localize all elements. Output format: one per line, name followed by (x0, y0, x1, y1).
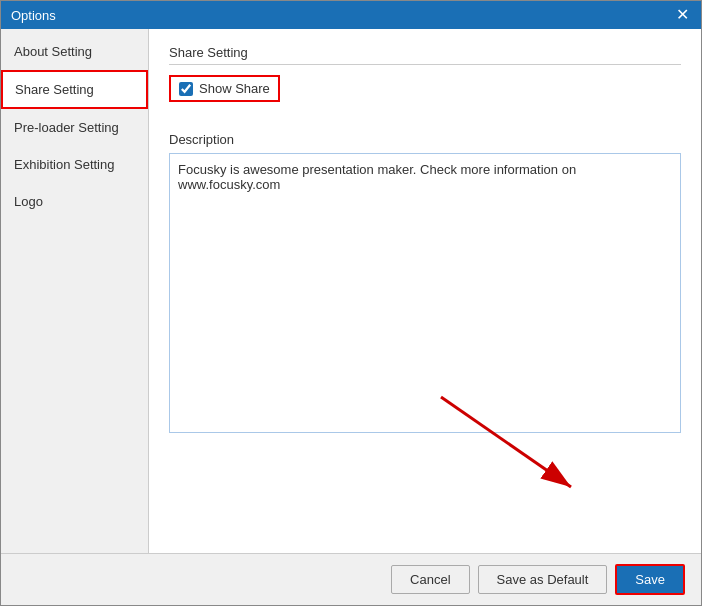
sidebar-item-preloader-setting[interactable]: Pre-loader Setting (1, 109, 148, 146)
footer: Cancel Save as Default Save (1, 553, 701, 605)
description-label: Description (169, 132, 681, 147)
save-as-default-button[interactable]: Save as Default (478, 565, 608, 594)
sidebar-item-share-setting[interactable]: Share Setting (1, 70, 148, 109)
options-dialog: Options ✕ About Setting Share Setting Pr… (0, 0, 702, 606)
sidebar-item-logo[interactable]: Logo (1, 183, 148, 220)
description-textarea[interactable]: Focusky is awesome presentation maker. C… (169, 153, 681, 433)
sidebar: About Setting Share Setting Pre-loader S… (1, 29, 149, 553)
cancel-button[interactable]: Cancel (391, 565, 469, 594)
description-container: Focusky is awesome presentation maker. C… (169, 153, 681, 537)
close-button[interactable]: ✕ (674, 7, 691, 23)
dialog-content: About Setting Share Setting Pre-loader S… (1, 29, 701, 553)
main-panel: Share Setting Show Share Description Foc… (149, 29, 701, 553)
sidebar-item-about-setting[interactable]: About Setting (1, 33, 148, 70)
dialog-title: Options (11, 8, 56, 23)
section-title: Share Setting (169, 45, 681, 65)
show-share-checkbox[interactable] (179, 82, 193, 96)
title-bar: Options ✕ (1, 1, 701, 29)
sidebar-item-exhibition-setting[interactable]: Exhibition Setting (1, 146, 148, 183)
show-share-checkbox-row[interactable]: Show Share (169, 75, 280, 102)
save-button[interactable]: Save (615, 564, 685, 595)
show-share-label: Show Share (199, 81, 270, 96)
